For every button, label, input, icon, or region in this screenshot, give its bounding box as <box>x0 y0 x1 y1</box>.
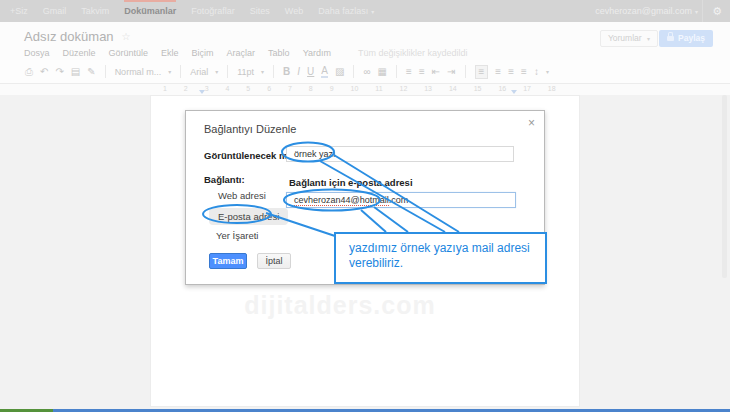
comments-button[interactable]: Yorumlar ▾ <box>600 30 658 47</box>
bullet-list-icon[interactable]: ≡ <box>419 67 425 77</box>
share-button[interactable]: Paylaş <box>659 30 713 47</box>
email-value-domain: .com <box>389 195 409 205</box>
style-label: Normal m... <box>115 67 162 77</box>
outdent-icon[interactable]: ⇤ <box>432 67 440 77</box>
topbar-more-label: Daha fazlası <box>318 6 368 16</box>
toolbar-separator <box>227 65 228 78</box>
email-field-label: Bağlantı için e-posta adresi <box>289 177 413 188</box>
document-title[interactable]: Adsız doküman <box>24 29 114 44</box>
toolbar-separator <box>180 65 181 78</box>
italic-button[interactable]: I <box>297 67 300 77</box>
vertical-scrollbar[interactable] <box>722 95 727 278</box>
indent-marker-right[interactable] <box>511 90 517 94</box>
line-spacing-button[interactable]: ↕▾ <box>534 67 549 77</box>
chevron-down-icon: ▾ <box>546 68 549 75</box>
topbar-item-takvim[interactable]: Takvim <box>81 0 109 22</box>
dialog-title: Bağlantıyı Düzenle <box>204 123 296 135</box>
link-option-bookmark[interactable]: Yer İşareti <box>216 230 258 241</box>
paragraph-style-select[interactable]: Normal m...▾ <box>115 67 172 77</box>
share-label: Paylaş <box>678 30 705 47</box>
link-option-web-address[interactable]: Web adresi <box>218 190 266 201</box>
topbar-item-gmail[interactable]: Gmail <box>43 0 67 22</box>
toolbar-separator <box>105 65 106 78</box>
topbar-item-more[interactable]: Daha fazlası▾ <box>318 0 374 22</box>
menu-goruntule[interactable]: Görüntüle <box>109 48 149 58</box>
ok-button[interactable]: Tamam <box>209 253 247 269</box>
account-email: cevherozan@gmail.com <box>595 6 692 16</box>
link-option-email-address[interactable]: E-posta adresi <box>209 208 288 225</box>
google-topbar: +Siz Gmail Takvim Dokümanlar Fotoğraflar… <box>0 0 730 22</box>
paste-icon[interactable]: ▤ <box>71 67 80 77</box>
menu-araclar[interactable]: Araçlar <box>227 48 256 58</box>
chevron-down-icon: ▾ <box>371 9 374 15</box>
bold-button[interactable]: B <box>283 67 290 77</box>
annotation-callout-text: yazdımız örnek yazıya mail adresi verebi… <box>349 241 530 270</box>
numbered-list-icon[interactable]: ≡ <box>406 67 412 77</box>
align-center-button[interactable]: ≡ <box>495 67 501 77</box>
topbar-item-fotograflar[interactable]: Fotoğraflar <box>191 0 235 22</box>
topbar-nav: +Siz Gmail Takvim Dokümanlar Fotoğraflar… <box>10 0 389 22</box>
align-right-button[interactable]: ≡ <box>508 67 514 77</box>
menu-yardim[interactable]: Yardım <box>303 48 331 58</box>
undo-icon[interactable]: ↶ <box>40 67 48 77</box>
toolbar-separator <box>273 65 274 78</box>
format-toolbar: ⎙ ↶ ↷ ▤ ✎ Normal m...▾ Arial▾ 11pt▾ B I … <box>0 60 730 84</box>
highlight-color-button[interactable]: ▨ <box>335 67 344 77</box>
comments-label: Yorumlar <box>608 33 642 43</box>
save-status-text: Tüm değişiklikler kaydedildi <box>358 48 468 58</box>
topbar-account[interactable]: cevherozan@gmail.com ▾ <box>595 0 698 22</box>
indent-icon[interactable]: ⇥ <box>447 67 455 77</box>
topbar-item-dokumanlar-active[interactable]: Dokümanlar <box>124 0 176 22</box>
display-text-input[interactable]: örnek yazı <box>286 146 514 162</box>
toolbar-separator <box>465 65 466 78</box>
chevron-down-icon: ▾ <box>647 36 650 42</box>
chevron-down-icon: ▾ <box>695 8 698 15</box>
display-text-value: örnek yazı <box>294 149 336 159</box>
star-icon[interactable]: ☆ <box>122 31 131 42</box>
underline-button[interactable]: U <box>307 67 314 77</box>
annotation-callout: yazdımız örnek yazıya mail adresi verebi… <box>334 232 547 284</box>
font-family-select[interactable]: Arial▾ <box>190 67 218 77</box>
menu-bar: Dosya Düzenle Görüntüle Ekle Biçim Araçl… <box>24 48 468 58</box>
menu-dosya[interactable]: Dosya <box>24 48 50 58</box>
indent-marker-left[interactable] <box>199 90 205 94</box>
insert-link-icon[interactable]: ∞ <box>363 67 370 77</box>
settings-gear-button[interactable]: ⚙ <box>702 0 722 22</box>
watermark-text: dijitalders.com <box>200 291 480 320</box>
size-label: 11pt <box>237 67 254 77</box>
google-docs-screen: +Siz Gmail Takvim Dokümanlar Fotoğraflar… <box>0 0 730 412</box>
chevron-down-icon: ▾ <box>261 68 264 75</box>
font-label: Arial <box>190 67 208 77</box>
font-size-select[interactable]: 11pt▾ <box>237 67 264 77</box>
cancel-button[interactable]: İptal <box>257 253 291 269</box>
insert-image-icon[interactable]: ▦ <box>378 67 387 77</box>
menu-tablo[interactable]: Tablo <box>268 48 290 58</box>
topbar-item-sites[interactable]: Sites <box>250 0 270 22</box>
menu-ekle[interactable]: Ekle <box>161 48 179 58</box>
justify-button[interactable]: ≡ <box>521 67 527 77</box>
line-spacing-icon: ↕ <box>534 67 539 77</box>
align-left-button[interactable]: ≡ <box>475 65 489 79</box>
chevron-down-icon: ▾ <box>168 68 171 75</box>
print-icon[interactable]: ⎙ <box>25 67 33 77</box>
link-section-label: Bağlantı: <box>204 174 245 185</box>
topbar-item-web[interactable]: Web <box>285 0 303 22</box>
gear-icon: ⚙ <box>712 5 722 18</box>
email-value-user: cevherozan44@hotmail <box>294 195 389 206</box>
lock-icon <box>667 36 674 41</box>
toolbar-separator <box>396 65 397 78</box>
email-address-input[interactable]: cevherozan44@hotmail.com <box>286 192 516 208</box>
text-color-button[interactable]: A <box>321 66 328 78</box>
menu-bicim[interactable]: Biçim <box>192 48 214 58</box>
menu-duzenle[interactable]: Düzenle <box>63 48 96 58</box>
redo-icon[interactable]: ↷ <box>55 67 63 77</box>
topbar-item-plus-siz[interactable]: +Siz <box>10 0 28 22</box>
document-titlebar: Adsız doküman ☆ <box>24 29 131 44</box>
close-icon[interactable]: × <box>528 116 535 130</box>
ruler: 1 2 3 4 5 6 7 8 9 10 11 12 13 14 15 16 1… <box>0 84 730 95</box>
toolbar-separator <box>353 65 354 78</box>
paint-format-icon[interactable]: ✎ <box>87 67 95 77</box>
chevron-down-icon: ▾ <box>215 68 218 75</box>
